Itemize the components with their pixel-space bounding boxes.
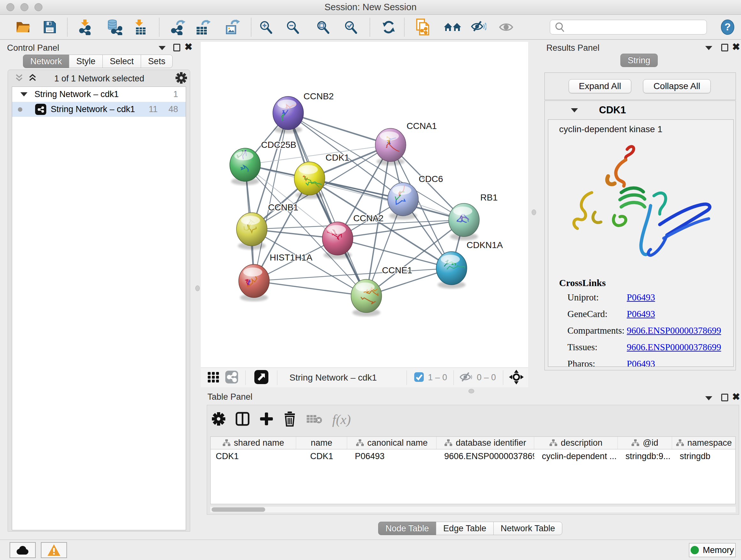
tab-network-table[interactable]: Network Table	[493, 522, 562, 535]
network-node-ccna2[interactable]	[322, 222, 353, 259]
table-gear-icon[interactable]	[212, 412, 226, 427]
home-icon[interactable]	[444, 19, 461, 36]
tab-string[interactable]: String	[620, 54, 658, 67]
network-node-ccne1[interactable]	[351, 279, 382, 316]
table-row[interactable]: CDK1CDK1P064939606.ENSP00000378699cyclin…	[211, 449, 735, 463]
crosslink-link[interactable]: 9606.ENSP00000378699	[627, 342, 721, 352]
network-collection-row[interactable]: String Network – cdk1 1	[12, 87, 186, 102]
network-node-ccnb2[interactable]	[273, 97, 304, 133]
zoom-out-icon[interactable]	[284, 19, 302, 36]
birds-eye-view-icon[interactable]	[254, 370, 269, 386]
table-panel-menu-icon[interactable]	[705, 396, 712, 401]
column-header-description[interactable]: description	[534, 437, 618, 449]
control-panel-close-icon[interactable]: ✖	[185, 43, 192, 51]
tab-style[interactable]: Style	[69, 55, 103, 68]
gene-section-header[interactable]: CDK1	[545, 101, 736, 119]
column-header-shared-name[interactable]: shared name	[211, 437, 296, 449]
bottom-splitter-handle[interactable]	[468, 389, 474, 393]
crosslink-link[interactable]: 9606.ENSP00000378699	[627, 325, 721, 335]
warning-button[interactable]	[41, 542, 67, 558]
tab-sets[interactable]: Sets	[141, 55, 173, 68]
crosslink-link[interactable]: P06493	[627, 359, 655, 367]
open-session-icon[interactable]	[14, 19, 32, 36]
help-icon[interactable]: ?	[719, 19, 737, 36]
export-table-icon[interactable]	[194, 19, 212, 36]
select-columns-icon[interactable]	[235, 412, 250, 428]
collapse-all-button[interactable]: Collapse All	[643, 79, 711, 93]
right-splitter-handle[interactable]	[532, 209, 536, 215]
network-options-gear-icon[interactable]	[175, 72, 187, 85]
hidden-eye-icon[interactable]	[460, 372, 473, 384]
grid-view-icon[interactable]	[207, 371, 220, 385]
export-network-icon[interactable]	[170, 19, 187, 36]
column-header-namespace[interactable]: namespace	[672, 437, 736, 449]
scrollbar-thumb[interactable]	[212, 507, 265, 512]
close-window-button[interactable]	[6, 3, 14, 11]
zoom-in-icon[interactable]	[257, 19, 275, 36]
results-panel-menu-icon[interactable]	[705, 46, 712, 51]
function-builder-icon[interactable]: f(x)	[332, 412, 351, 427]
network-node-cdkn1a[interactable]	[436, 252, 467, 289]
tab-edge-table[interactable]: Edge Table	[436, 522, 494, 535]
show-all-icon[interactable]	[497, 19, 515, 36]
network-edge[interactable]	[310, 179, 464, 220]
delete-table-icon[interactable]	[306, 413, 323, 427]
column-header-database-identifier[interactable]: database identifier	[436, 437, 534, 449]
table-cell[interactable]: CDK1	[296, 449, 347, 463]
add-column-icon[interactable]	[259, 412, 273, 427]
network-node-cdc25b[interactable]	[230, 148, 260, 185]
memory-button[interactable]: Memory	[689, 543, 736, 557]
collection-expand-icon[interactable]	[20, 92, 27, 97]
network-node-ccnb1[interactable]	[237, 212, 267, 250]
save-session-icon[interactable]	[41, 19, 59, 36]
crosslink-link[interactable]: P06493	[627, 292, 655, 302]
clone-network-icon[interactable]	[414, 19, 432, 36]
minimize-window-button[interactable]	[20, 3, 28, 11]
tab-select[interactable]: Select	[103, 55, 141, 68]
results-panel-float-icon[interactable]	[721, 44, 728, 53]
network-row[interactable]: String Network – cdk1 11 48	[12, 102, 186, 117]
left-splitter-handle[interactable]	[195, 286, 200, 291]
table-cell[interactable]: CDK1	[211, 449, 296, 463]
pan-crosshair-icon[interactable]	[509, 370, 524, 386]
column-header--id[interactable]: @id	[618, 437, 672, 449]
fit-content-icon[interactable]	[314, 19, 332, 36]
tab-node-table[interactable]: Node Table	[378, 522, 436, 535]
network-edge[interactable]	[288, 113, 391, 145]
maximize-window-button[interactable]	[35, 3, 43, 11]
table-horizontal-scrollbar[interactable]	[210, 507, 736, 512]
selected-checkbox-icon[interactable]	[414, 372, 424, 383]
network-node-hist1h1a[interactable]	[239, 264, 269, 301]
network-node-cdc6[interactable]	[388, 183, 418, 220]
import-network-file-icon[interactable]	[76, 19, 94, 36]
tab-network[interactable]: Network	[23, 55, 69, 68]
network-share-icon[interactable]	[225, 370, 239, 385]
hide-selected-icon[interactable]	[470, 19, 488, 36]
column-header-canonical-name[interactable]: canonical name	[347, 437, 436, 449]
import-network-database-icon[interactable]	[106, 19, 124, 36]
network-node-cdk1[interactable]	[294, 162, 325, 199]
search-input[interactable]	[567, 21, 706, 34]
gene-collapse-icon[interactable]	[571, 108, 578, 112]
refresh-network-icon[interactable]	[380, 19, 398, 36]
delete-column-icon[interactable]	[283, 411, 296, 428]
column-header-name[interactable]: name	[296, 437, 347, 449]
crosslink-link[interactable]: P06493	[627, 309, 655, 319]
network-node-ccna1[interactable]	[375, 128, 406, 165]
results-panel-close-icon[interactable]: ✖	[732, 43, 740, 51]
table-cell[interactable]: 9606.ENSP00000378699	[436, 449, 534, 463]
network-node-rb1[interactable]	[449, 203, 479, 240]
control-panel-float-icon[interactable]	[173, 44, 180, 53]
network-edge[interactable]	[254, 281, 366, 296]
cloud-button[interactable]	[10, 542, 36, 558]
table-cell[interactable]: cyclin-dependent ...	[534, 449, 618, 463]
network-canvas[interactable]: CCNB2CCNA1CDC25BCDK1CDC6RB1CCNB1CCNA2CDK…	[201, 42, 528, 368]
expand-all-button[interactable]: Expand All	[569, 79, 631, 93]
table-cell[interactable]: stringdb:9...	[618, 449, 672, 463]
table-cell[interactable]: stringdb	[672, 449, 736, 463]
network-edge[interactable]	[288, 113, 366, 296]
import-table-file-icon[interactable]	[132, 19, 150, 36]
table-cell[interactable]: P06493	[347, 449, 436, 463]
export-image-icon[interactable]	[223, 19, 241, 36]
table-panel-float-icon[interactable]	[721, 394, 728, 402]
